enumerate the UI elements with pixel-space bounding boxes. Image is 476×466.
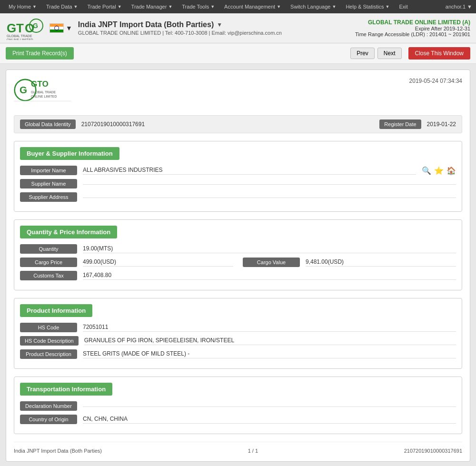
importer-name-label: Importer Name [20, 166, 77, 175]
transportation-body: Declaration Number Country of Origin CN,… [14, 399, 462, 434]
supplier-address-label: Supplier Address [20, 192, 77, 202]
prev-button[interactable]: Prev [350, 48, 375, 59]
nav-help-statistics[interactable]: Help & Statistics▼ [341, 1, 394, 12]
close-button[interactable]: Close This Window [408, 47, 470, 59]
hs-code-label: HS Code [20, 323, 77, 332]
india-flag [50, 23, 64, 33]
svg-text:T: T [16, 21, 24, 35]
print-button[interactable]: Print Trade Record(s) [6, 47, 74, 59]
page-title: India JNPT Import Data (Both Parties) ▼ [78, 20, 349, 29]
account-name: GLOBAL TRADE ONLINE LIMITED (A) [355, 19, 470, 26]
quantity-price-section: Quantity & Price Information Quantity 19… [14, 219, 462, 290]
country-origin-value: CN, CHN, CHINA [83, 416, 456, 424]
buyer-supplier-body: Importer Name ALL ABRASIVES INDUSTRIES 🔍… [14, 164, 462, 211]
quantity-price-title: Quantity & Price Information [20, 226, 117, 238]
country-origin-label: Country of Origin [20, 415, 77, 424]
title-dropdown-arrow[interactable]: ▼ [217, 21, 222, 28]
expire-info: Expire After 2019-12-31 [355, 26, 470, 31]
page-header: G T O GLOBAL TRADE ONLINE LIMITED G ▼ In… [0, 13, 476, 43]
hs-code-value: 72051011 [83, 324, 456, 332]
nav-account-management[interactable]: Account Management▼ [219, 1, 286, 12]
footer-center: 1 / 1 [248, 448, 258, 454]
nav-my-home[interactable]: My Home▼ [4, 1, 41, 12]
hs-code-desc-row: HS Code Description GRANULES OF PIG IRON… [20, 336, 456, 346]
svg-text:GLOBAL TRADE: GLOBAL TRADE [31, 90, 56, 94]
nav-buttons: Prev Next Close This Window [350, 47, 470, 59]
svg-text:ONLINE LIMITED: ONLINE LIMITED [7, 38, 33, 40]
flag-dropdown[interactable]: ▼ [66, 24, 72, 32]
nav-trade-tools[interactable]: Trade Tools▼ [177, 1, 219, 12]
svg-text:GTO: GTO [31, 79, 49, 89]
customs-tax-value: 167,408.80 [83, 272, 456, 280]
supplier-name-label: Supplier Name [20, 179, 77, 188]
buyer-supplier-section: Buyer & Supplier Information Importer Na… [14, 141, 462, 212]
record-footer: India JNPT Import Data (Both Parties) 1 … [14, 442, 462, 454]
product-desc-label: Product Description [20, 349, 77, 359]
hs-code-desc-value: GRANULES OF PIG IRON, SPIEGELEISEN, IRON… [84, 337, 456, 345]
hs-code-desc-label: HS Code Description [20, 336, 79, 346]
record-header: G GTO GLOBAL TRADE ONLINE LIMITED 2019-0… [14, 78, 462, 108]
quantity-price-body: Quantity 19.00(MTS) Cargo Price 499.00(U… [14, 242, 462, 290]
identity-row: Global Data Identity 2107201901000031769… [14, 115, 462, 133]
account-indicator[interactable]: anchor.1 ▼ [446, 4, 472, 10]
cargo-price-value: 499.00(USD) [83, 258, 233, 267]
country-origin-row: Country of Origin CN, CHN, CHINA [20, 415, 456, 424]
ldr-info: Time Range Accessible (LDR) : 201401 ~ 2… [355, 31, 470, 37]
title-area: India JNPT Import Data (Both Parties) ▼ … [78, 20, 349, 36]
company-info: GLOBAL TRADE ONLINE LIMITED | Tel: 400-7… [78, 30, 349, 36]
nav-trade-manager[interactable]: Trade Manager▼ [127, 1, 178, 12]
nav-switch-language[interactable]: Switch Language▼ [286, 1, 341, 12]
importer-icons: 🔍 ⭐ 🏠 [422, 166, 456, 175]
flag-area: ▼ [50, 23, 72, 33]
customs-tax-row: Customs Tax 167,408.80 [20, 271, 456, 280]
top-toolbar: Print Trade Record(s) Prev Next Close Th… [0, 43, 476, 64]
svg-text:ONLINE LIMITED: ONLINE LIMITED [31, 95, 57, 98]
svg-text:G: G [20, 84, 27, 95]
importer-name-value: ALL ABRASIVES INDUSTRIES [83, 167, 416, 175]
product-desc-value: STEEL GRITS (MADE OF MILD STEEL) - [83, 350, 456, 358]
supplier-name-value [83, 183, 456, 185]
declaration-number-value [83, 406, 456, 407]
customs-tax-label: Customs Tax [20, 271, 77, 280]
search-icon[interactable]: 🔍 [422, 166, 431, 175]
next-button[interactable]: Next [377, 48, 402, 59]
hs-code-row: HS Code 72051011 [20, 323, 456, 332]
cargo-value-label: Cargo Value [243, 258, 300, 267]
global-data-identity-value: 21072019010000317691 [81, 121, 145, 128]
quantity-value: 19.00(MTS) [83, 245, 456, 253]
svg-text:G: G [7, 21, 16, 35]
product-section: Product Information HS Code 72051011 HS … [14, 298, 462, 369]
register-date-label: Register Date [379, 119, 421, 129]
cargo-price-row: Cargo Price 499.00(USD) Cargo Value 9,48… [20, 258, 456, 267]
record-logo: G GTO GLOBAL TRADE ONLINE LIMITED [14, 78, 71, 108]
transportation-title: Transportation Information [20, 383, 112, 396]
product-desc-row: Product Description STEEL GRITS (MADE OF… [20, 349, 456, 359]
cargo-price-label: Cargo Price [20, 258, 77, 267]
cargo-value-value: 9,481.00(USD) [306, 258, 456, 267]
home-icon[interactable]: 🏠 [446, 166, 456, 175]
register-date-value: 2019-01-22 [427, 121, 456, 128]
supplier-address-value [83, 197, 456, 198]
importer-row: Importer Name ALL ABRASIVES INDUSTRIES 🔍… [20, 166, 456, 175]
record-date: 2019-05-24 07:34:34 [409, 78, 462, 84]
footer-right: 21072019010000317691 [404, 448, 462, 454]
buyer-supplier-title: Buyer & Supplier Information [20, 147, 119, 160]
transportation-section: Transportation Information Declaration N… [14, 377, 462, 434]
quantity-row: Quantity 19.00(MTS) [20, 244, 456, 254]
svg-text:GLOBAL TRADE: GLOBAL TRADE [7, 34, 32, 38]
main-content: G GTO GLOBAL TRADE ONLINE LIMITED 2019-0… [0, 64, 476, 466]
top-navigation: My Home▼ Trade Data▼ Trade Portal▼ Trade… [0, 0, 476, 13]
logo-area: G T O GLOBAL TRADE ONLINE LIMITED G [6, 16, 44, 40]
nav-trade-portal[interactable]: Trade Portal▼ [83, 1, 127, 12]
product-body: HS Code 72051011 HS Code Description GRA… [14, 321, 462, 368]
quantity-label: Quantity [20, 244, 77, 254]
svg-text:G: G [33, 22, 38, 30]
record-logo-svg: G GTO GLOBAL TRADE ONLINE LIMITED [14, 78, 71, 106]
record-card: G GTO GLOBAL TRADE ONLINE LIMITED 2019-0… [6, 69, 470, 462]
product-title: Product Information [20, 304, 92, 317]
nav-exit[interactable]: Exit [394, 1, 412, 12]
supplier-address-row: Supplier Address [20, 192, 456, 202]
star-icon[interactable]: ⭐ [434, 166, 444, 175]
global-data-identity-label: Global Data Identity [20, 119, 76, 129]
nav-trade-data[interactable]: Trade Data▼ [41, 1, 83, 12]
